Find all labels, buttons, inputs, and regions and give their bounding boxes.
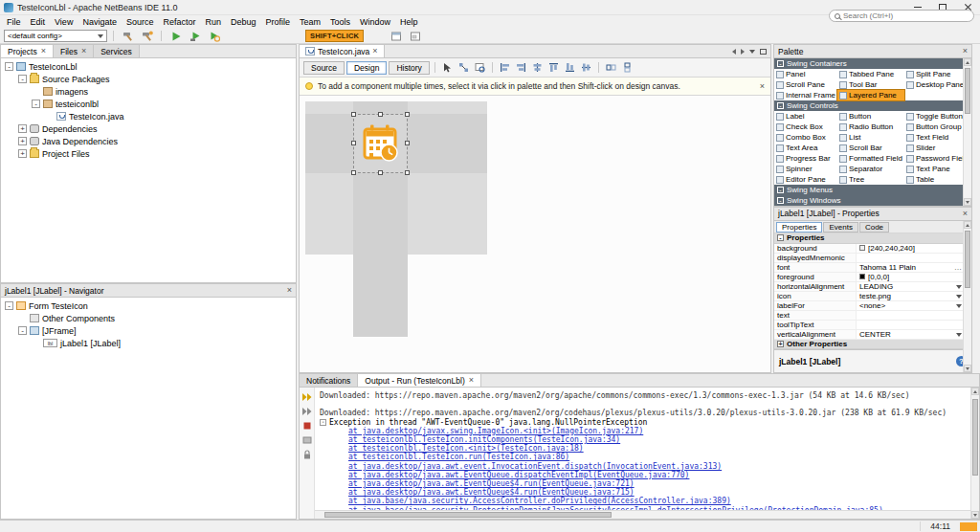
property-value[interactable]: [857, 311, 971, 320]
palette-item-tabbed-pane[interactable]: Tabbed Pane: [837, 69, 904, 79]
center-vertically-button[interactable]: [579, 60, 593, 75]
property-value[interactable]: [0,0,0]: [857, 273, 971, 281]
tab-code[interactable]: Code: [859, 222, 889, 233]
expand-icon[interactable]: +: [18, 149, 27, 158]
properties-group-header[interactable]: - Properties: [774, 233, 971, 244]
design-canvas[interactable]: [300, 96, 770, 372]
align-bottom-button[interactable]: [563, 60, 577, 75]
misc-toolbar-button-1[interactable]: [388, 30, 404, 43]
stacktrace-link[interactable]: at java.desktop/java.awt.EventQueue.disp…: [320, 471, 977, 479]
resize-handle[interactable]: [405, 170, 410, 175]
collapse-icon[interactable]: -: [32, 100, 40, 108]
palette-item-internal-frame[interactable]: Internal Frame: [774, 90, 837, 100]
expand-icon[interactable]: -: [777, 197, 784, 204]
resize-handle[interactable]: [351, 170, 356, 175]
menu-profile[interactable]: Profile: [261, 17, 296, 27]
tree-item-source-packages[interactable]: - Source Packages: [1, 73, 296, 85]
palette-item-text-field[interactable]: Text Field: [904, 132, 965, 143]
close-icon[interactable]: ×: [287, 286, 292, 295]
close-icon[interactable]: ×: [41, 47, 46, 55]
source-view-button[interactable]: Source: [303, 61, 345, 75]
config-select[interactable]: <default config>: [4, 30, 107, 42]
chevron-down-icon[interactable]: [956, 304, 962, 308]
jlabel1-component[interactable]: [353, 114, 408, 173]
palette-item-tree[interactable]: Tree: [837, 174, 904, 185]
maximize-editor-icon[interactable]: [760, 49, 767, 55]
tab-notifications[interactable]: Notifications: [300, 374, 358, 387]
palette-item-progress-bar[interactable]: Progress Bar: [774, 153, 837, 164]
palette-item-panel[interactable]: Panel: [774, 69, 837, 79]
history-view-button[interactable]: History: [389, 61, 429, 75]
palette-scrollbar[interactable]: [963, 58, 971, 206]
scroll-up-icon[interactable]: [964, 58, 971, 66]
tree-item-form-testeicon[interactable]: - Form TesteIcon: [1, 299, 296, 312]
stacktrace-link[interactable]: at java.desktop/java.awt.EventQueue$4.ru…: [320, 488, 977, 497]
palette-item-button-group[interactable]: Button Group: [904, 122, 965, 132]
tab-testeicon-java[interactable]: TesteIcon.java ×: [300, 45, 385, 57]
tree-item-imagens[interactable]: imagens: [1, 85, 296, 98]
menu-source[interactable]: Source: [122, 17, 159, 27]
profile-project-button[interactable]: [206, 30, 222, 43]
menu-run[interactable]: Run: [200, 17, 226, 27]
menu-edit[interactable]: Edit: [26, 17, 51, 27]
tree-item-java-dependencies[interactable]: + Java Dependencies: [1, 135, 296, 147]
scroll-up-icon[interactable]: [971, 388, 979, 395]
scrollbar-thumb[interactable]: [965, 231, 970, 288]
palette-item-scroll-pane[interactable]: Scroll Pane: [774, 79, 837, 90]
output-horizontal-scrollbar[interactable]: [315, 510, 970, 519]
misc-toolbar-button-2[interactable]: [407, 30, 423, 43]
tree-item-project-files[interactable]: + Project Files: [1, 147, 296, 160]
palette-item-list[interactable]: List: [837, 132, 904, 143]
palette-item-tool-bar[interactable]: Tool Bar: [837, 79, 904, 90]
scroll-down-icon[interactable]: [964, 198, 971, 206]
palette-item-editor-pane[interactable]: Editor Pane: [774, 174, 837, 185]
tab-projects[interactable]: Projects ×: [1, 45, 54, 57]
tree-item-jframe[interactable]: - [JFrame]: [1, 324, 296, 337]
design-view-button[interactable]: Design: [346, 61, 387, 75]
stacktrace-link[interactable]: at java.desktop/javax.swing.ImageIcon.<i…: [320, 427, 977, 435]
output-vertical-scrollbar[interactable]: [970, 388, 979, 519]
property-value[interactable]: [240,240,240]: [857, 244, 971, 253]
debug-project-button[interactable]: [187, 30, 203, 43]
scrollbar-thumb[interactable]: [965, 68, 970, 114]
palette-item-desktop-pane[interactable]: Desktop Pane: [904, 79, 965, 90]
palette-item-spinner[interactable]: Spinner: [774, 164, 837, 174]
palette-item-layered-pane[interactable]: Layered Pane: [837, 90, 904, 100]
menu-view[interactable]: View: [50, 17, 78, 27]
palette-item-password-field[interactable]: Password Field: [904, 153, 965, 164]
other-properties-group-header[interactable]: + Other Properties: [774, 340, 971, 350]
resize-handle[interactable]: [378, 112, 383, 117]
chevron-down-icon[interactable]: [956, 295, 962, 299]
properties-scrollbar[interactable]: [963, 221, 971, 372]
menu-navigate[interactable]: Navigate: [78, 17, 122, 27]
stacktrace-link[interactable]: at testeiconlbl.TesteIcon.initComponents…: [320, 435, 977, 444]
palette-item-separator[interactable]: Separator: [837, 164, 904, 174]
tab-services[interactable]: Services: [94, 45, 140, 57]
tab-events[interactable]: Events: [823, 222, 858, 233]
tree-item-testeicon-java[interactable]: TesteIcon.java: [1, 110, 296, 122]
clean-build-project-button[interactable]: [139, 30, 155, 43]
scroll-up-icon[interactable]: [964, 221, 971, 229]
tab-files[interactable]: Files ×: [54, 45, 94, 57]
palette-item-table[interactable]: Table: [904, 174, 965, 185]
selection-mode-button[interactable]: [440, 60, 455, 75]
chevron-down-icon[interactable]: [956, 285, 962, 289]
same-size-horizontal-button[interactable]: [604, 60, 618, 75]
palette-item-toggle-button[interactable]: Toggle Button: [904, 111, 965, 122]
collapse-icon[interactable]: -: [777, 234, 784, 241]
stop-build-button[interactable]: [301, 420, 313, 432]
connection-mode-button[interactable]: [457, 60, 471, 75]
close-icon[interactable]: ×: [963, 210, 968, 218]
collapse-icon[interactable]: -: [5, 62, 13, 71]
property-value[interactable]: [857, 321, 971, 329]
stacktrace-link[interactable]: at testeiconlbl.TesteIcon.<init>(TesteIc…: [320, 444, 977, 453]
scrollbar-thumb[interactable]: [972, 399, 978, 476]
stacktrace-link[interactable]: at java.desktop/java.awt.event.Invocatio…: [320, 462, 977, 471]
tree-item-other-components[interactable]: Other Components: [1, 312, 296, 324]
palette-item-slider[interactable]: Slider: [904, 143, 965, 153]
resize-handle[interactable]: [351, 141, 356, 145]
clear-output-button[interactable]: [301, 434, 313, 446]
palette-item-radio-button[interactable]: Radio Button: [837, 122, 904, 132]
section-swing-containers[interactable]: - Swing Containers: [774, 58, 971, 69]
expand-icon[interactable]: +: [777, 341, 784, 347]
